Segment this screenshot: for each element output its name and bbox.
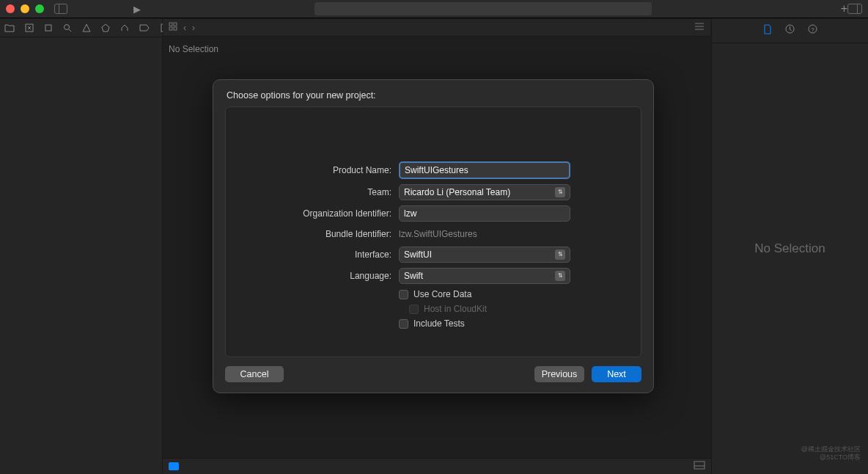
- org-identifier-input[interactable]: [399, 205, 570, 222]
- navigator-toolbar: [0, 18, 162, 37]
- inspector-no-selection: No Selection: [754, 241, 825, 256]
- toggle-inspector-icon[interactable]: [847, 4, 862, 14]
- chevron-updown-icon: ⇅: [555, 187, 565, 197]
- window-controls: [6, 4, 44, 13]
- watermark: @稀土掘金技术社区 @51CTO博客: [801, 445, 861, 462]
- scheme-area: [141, 2, 826, 15]
- help-inspector-icon[interactable]: ?: [808, 24, 817, 37]
- svg-point-2: [65, 24, 70, 29]
- svg-rect-7: [174, 27, 177, 30]
- maximize-icon[interactable]: [35, 4, 44, 13]
- core-data-label: Use Core Data: [413, 289, 471, 299]
- team-select[interactable]: Ricardo Li (Personal Team) ⇅: [399, 184, 570, 200]
- dialog-footer: Cancel Previous Next: [213, 366, 653, 393]
- watermark-line1: @稀土掘金技术社区: [801, 445, 861, 454]
- product-name-input[interactable]: [399, 161, 570, 179]
- svg-rect-4: [169, 23, 172, 26]
- debug-icon[interactable]: [120, 22, 129, 34]
- editor-no-selection: No Selection: [169, 44, 218, 54]
- cloudkit-checkbox: [409, 305, 419, 314]
- inspector-tabs: ?: [712, 18, 868, 43]
- navigator-panel: [0, 18, 163, 474]
- issue-icon[interactable]: [82, 22, 91, 34]
- test-icon[interactable]: [101, 22, 110, 34]
- find-icon[interactable]: [63, 22, 72, 34]
- file-inspector-icon[interactable]: [763, 24, 772, 37]
- filter-icon[interactable]: [169, 462, 179, 470]
- titlebar: ▶ +: [0, 0, 868, 18]
- dialog-form: Product Name: Team: Ricardo Li (Personal…: [225, 106, 641, 357]
- dialog-title: Choose options for your new project:: [213, 80, 653, 106]
- interface-select[interactable]: SwiftUI ⇅: [399, 247, 570, 263]
- bundle-identifier-value: lzw.SwiftUIGestures: [399, 227, 570, 241]
- run-button[interactable]: ▶: [133, 4, 141, 15]
- interface-value: SwiftUI: [404, 249, 432, 260]
- new-project-options-dialog: Choose options for your new project: Pro…: [213, 79, 654, 393]
- chevron-updown-icon: ⇅: [555, 271, 565, 281]
- svg-text:?: ?: [811, 26, 814, 33]
- org-identifier-label: Organization Identifier:: [246, 208, 399, 219]
- scheme-selector[interactable]: [315, 2, 652, 15]
- chevron-updown-icon: ⇅: [555, 249, 565, 260]
- related-items-icon[interactable]: [169, 22, 177, 33]
- cancel-button[interactable]: Cancel: [225, 366, 284, 382]
- previous-button[interactable]: Previous: [534, 366, 584, 382]
- svg-rect-8: [694, 462, 705, 469]
- folder-icon[interactable]: [4, 22, 15, 34]
- svg-rect-5: [174, 23, 177, 26]
- team-label: Team:: [246, 187, 399, 197]
- language-select[interactable]: Swift ⇅: [399, 268, 570, 284]
- language-label: Language:: [246, 271, 399, 281]
- include-tests-label: Include Tests: [413, 318, 465, 329]
- svg-rect-6: [169, 27, 172, 30]
- back-icon[interactable]: ‹: [183, 23, 186, 33]
- svg-rect-1: [45, 25, 51, 31]
- language-value: Swift: [404, 271, 423, 281]
- cloudkit-label: Host in CloudKit: [424, 304, 487, 314]
- interface-label: Interface:: [246, 249, 399, 260]
- include-tests-checkbox[interactable]: [399, 319, 408, 329]
- history-inspector-icon[interactable]: [785, 24, 795, 37]
- minimize-icon[interactable]: [21, 4, 29, 13]
- symbol-navigator-icon[interactable]: [44, 22, 53, 34]
- toggle-navigator-icon[interactable]: [54, 4, 67, 14]
- add-tab-button[interactable]: +: [841, 2, 847, 15]
- next-button[interactable]: Next: [592, 366, 641, 382]
- editor-bar: ‹ ›: [163, 19, 710, 37]
- status-bar: [163, 458, 711, 474]
- source-control-icon[interactable]: [25, 22, 34, 34]
- editor-options-icon[interactable]: [694, 22, 705, 33]
- inspector-panel: ? No Selection: [711, 18, 868, 474]
- close-icon[interactable]: [6, 4, 15, 13]
- watermark-line2: @51CTO博客: [801, 453, 861, 462]
- bundle-identifier-label: Bundle Identifier:: [246, 229, 399, 239]
- product-name-label: Product Name:: [246, 165, 399, 175]
- debug-area-toggle-icon[interactable]: [694, 461, 705, 472]
- team-value: Ricardo Li (Personal Team): [404, 187, 510, 197]
- forward-icon[interactable]: ›: [192, 23, 195, 33]
- breakpoint-icon[interactable]: [139, 22, 150, 34]
- core-data-checkbox[interactable]: [399, 290, 408, 299]
